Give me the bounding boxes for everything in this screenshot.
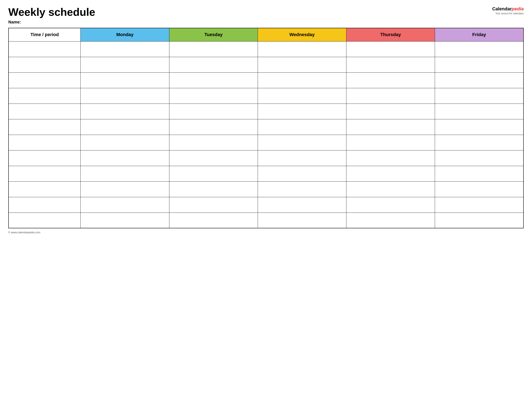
table-cell[interactable] bbox=[346, 72, 435, 88]
table-cell[interactable] bbox=[435, 119, 524, 135]
table-row bbox=[8, 72, 524, 88]
table-cell[interactable] bbox=[258, 135, 346, 150]
footer: © www.calendarpedia.com bbox=[8, 231, 524, 234]
table-cell[interactable] bbox=[81, 57, 169, 72]
table-cell[interactable] bbox=[346, 150, 435, 166]
table-row bbox=[8, 135, 524, 150]
table-cell[interactable] bbox=[346, 41, 435, 57]
table-cell[interactable] bbox=[346, 104, 435, 119]
table-row bbox=[8, 119, 524, 135]
header-row: Time / period Monday Tuesday Wednesday T… bbox=[8, 28, 524, 41]
table-cell[interactable] bbox=[258, 213, 346, 228]
table-cell[interactable] bbox=[258, 119, 346, 135]
table-cell[interactable] bbox=[169, 72, 258, 88]
table-cell[interactable] bbox=[346, 57, 435, 72]
table-cell[interactable] bbox=[8, 41, 81, 57]
table-cell[interactable] bbox=[169, 181, 258, 197]
table-cell[interactable] bbox=[8, 181, 81, 197]
table-cell[interactable] bbox=[8, 57, 81, 72]
table-cell[interactable] bbox=[258, 166, 346, 181]
table-cell[interactable] bbox=[258, 197, 346, 213]
table-cell[interactable] bbox=[435, 197, 524, 213]
col-header-tuesday: Tuesday bbox=[169, 28, 258, 41]
footer-url: © www.calendarpedia.com bbox=[8, 231, 40, 234]
table-cell[interactable] bbox=[169, 213, 258, 228]
table-cell[interactable] bbox=[258, 104, 346, 119]
table-cell[interactable] bbox=[8, 88, 81, 104]
table-cell[interactable] bbox=[169, 135, 258, 150]
table-cell[interactable] bbox=[81, 197, 169, 213]
logo-text: Calendarpedia bbox=[486, 6, 524, 12]
name-label: Name: bbox=[8, 20, 486, 25]
table-cell[interactable] bbox=[81, 150, 169, 166]
table-cell[interactable] bbox=[258, 41, 346, 57]
table-cell[interactable] bbox=[81, 213, 169, 228]
table-cell[interactable] bbox=[435, 41, 524, 57]
table-cell[interactable] bbox=[8, 166, 81, 181]
table-cell[interactable] bbox=[81, 166, 169, 181]
table-row bbox=[8, 150, 524, 166]
table-cell[interactable] bbox=[435, 72, 524, 88]
table-cell[interactable] bbox=[435, 166, 524, 181]
logo-area: Calendarpedia Your source for calendars bbox=[486, 6, 524, 15]
schedule-body bbox=[8, 41, 524, 228]
col-header-monday: Monday bbox=[81, 28, 169, 41]
table-cell[interactable] bbox=[8, 119, 81, 135]
table-cell[interactable] bbox=[8, 150, 81, 166]
table-cell[interactable] bbox=[346, 119, 435, 135]
schedule-table: Time / period Monday Tuesday Wednesday T… bbox=[8, 28, 524, 228]
table-row bbox=[8, 197, 524, 213]
table-cell[interactable] bbox=[81, 41, 169, 57]
col-header-wednesday: Wednesday bbox=[258, 28, 346, 41]
table-cell[interactable] bbox=[258, 150, 346, 166]
table-row bbox=[8, 41, 524, 57]
table-cell[interactable] bbox=[81, 88, 169, 104]
table-cell[interactable] bbox=[435, 88, 524, 104]
table-cell[interactable] bbox=[169, 57, 258, 72]
table-cell[interactable] bbox=[8, 104, 81, 119]
table-cell[interactable] bbox=[258, 57, 346, 72]
col-header-friday: Friday bbox=[435, 28, 524, 41]
table-cell[interactable] bbox=[8, 72, 81, 88]
table-cell[interactable] bbox=[435, 135, 524, 150]
table-cell[interactable] bbox=[81, 135, 169, 150]
table-cell[interactable] bbox=[81, 181, 169, 197]
table-cell[interactable] bbox=[346, 166, 435, 181]
table-cell[interactable] bbox=[169, 150, 258, 166]
table-cell[interactable] bbox=[258, 88, 346, 104]
table-cell[interactable] bbox=[169, 197, 258, 213]
table-cell[interactable] bbox=[346, 213, 435, 228]
table-cell[interactable] bbox=[346, 197, 435, 213]
table-cell[interactable] bbox=[346, 135, 435, 150]
table-cell[interactable] bbox=[435, 57, 524, 72]
table-cell[interactable] bbox=[435, 104, 524, 119]
table-cell[interactable] bbox=[169, 166, 258, 181]
table-cell[interactable] bbox=[258, 181, 346, 197]
table-row bbox=[8, 57, 524, 72]
table-cell[interactable] bbox=[169, 88, 258, 104]
table-row bbox=[8, 166, 524, 181]
table-row bbox=[8, 181, 524, 197]
table-cell[interactable] bbox=[81, 119, 169, 135]
table-cell[interactable] bbox=[435, 150, 524, 166]
logo-tagline: Your source for calendars bbox=[486, 12, 524, 15]
table-cell[interactable] bbox=[169, 104, 258, 119]
table-row bbox=[8, 213, 524, 228]
table-row bbox=[8, 88, 524, 104]
table-cell[interactable] bbox=[435, 181, 524, 197]
page-title: Weekly schedule bbox=[8, 6, 486, 18]
table-cell[interactable] bbox=[258, 72, 346, 88]
table-cell[interactable] bbox=[346, 88, 435, 104]
table-cell[interactable] bbox=[81, 72, 169, 88]
table-cell[interactable] bbox=[81, 104, 169, 119]
table-row bbox=[8, 104, 524, 119]
table-cell[interactable] bbox=[169, 119, 258, 135]
table-cell[interactable] bbox=[346, 181, 435, 197]
col-header-thursday: Thursday bbox=[346, 28, 435, 41]
table-cell[interactable] bbox=[435, 213, 524, 228]
table-cell[interactable] bbox=[8, 135, 81, 150]
table-cell[interactable] bbox=[169, 41, 258, 57]
table-cell[interactable] bbox=[8, 197, 81, 213]
table-cell[interactable] bbox=[8, 213, 81, 228]
title-area: Weekly schedule Name: bbox=[8, 6, 486, 25]
